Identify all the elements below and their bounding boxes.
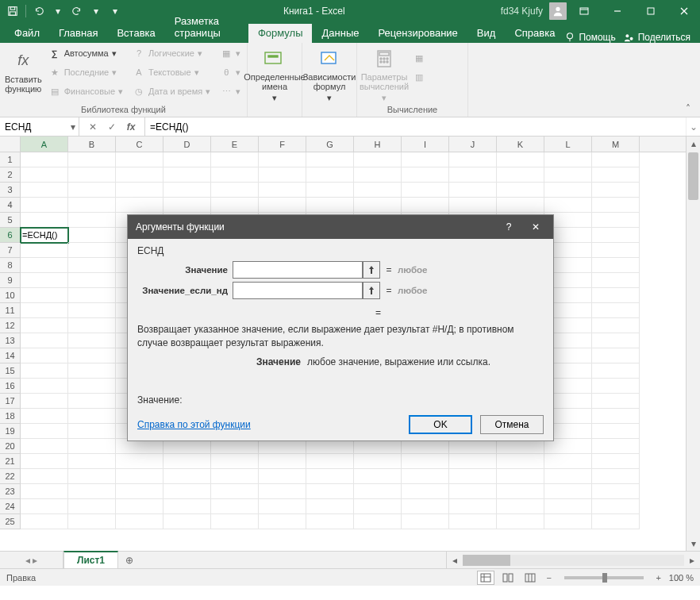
cell-H3[interactable] [354,183,402,198]
cell-J21[interactable] [449,454,497,469]
cell-M4[interactable] [592,198,640,213]
autosum-button[interactable]: ∑Автосумма▾ [45,44,126,62]
cell-E23[interactable] [211,484,259,499]
text-button[interactable]: AТекстовые▾ [129,63,213,81]
cell-A8[interactable] [21,258,68,273]
cell-F24[interactable] [259,499,306,514]
row-header-7[interactable]: 7 [0,243,21,258]
page-break-view-button[interactable] [521,571,539,585]
row-header-9[interactable]: 9 [0,273,21,288]
row-header-14[interactable]: 14 [0,348,21,363]
ribbon-display-options-button[interactable] [568,0,600,22]
cell-M5[interactable] [592,213,640,228]
hscroll-thumb[interactable] [463,555,510,566]
function-help-link[interactable]: Справка по этой функции [137,419,251,430]
cell-I3[interactable] [402,183,449,198]
cell-B24[interactable] [68,499,116,514]
cell-G24[interactable] [306,499,354,514]
cell-F22[interactable] [259,469,306,484]
cell-B22[interactable] [68,469,116,484]
cell-E21[interactable] [211,454,259,469]
cell-M10[interactable] [592,288,640,303]
select-all-corner[interactable] [0,137,21,152]
cell-D23[interactable] [163,484,211,499]
row-header-13[interactable]: 13 [0,333,21,348]
cell-J24[interactable] [449,499,497,514]
cell-B6[interactable] [68,228,116,243]
cell-D3[interactable] [163,183,211,198]
col-header-K[interactable]: K [497,137,544,152]
cell-F3[interactable] [259,183,306,198]
cell-I22[interactable] [402,469,449,484]
cell-G25[interactable] [306,514,354,529]
cell-F21[interactable] [259,454,306,469]
cell-F23[interactable] [259,484,306,499]
cell-F25[interactable] [259,514,306,529]
cell-B11[interactable] [68,303,116,318]
col-header-C[interactable]: C [116,137,163,152]
cell-A24[interactable] [21,499,68,514]
cell-G4[interactable] [306,198,354,213]
cell-H23[interactable] [354,484,402,499]
financial-button[interactable]: ▤Финансовые▾ [45,83,126,100]
hscroll-right-button[interactable]: ▸ [686,554,698,567]
redo-button[interactable] [69,3,85,19]
cell-K3[interactable] [497,183,544,198]
cell-A17[interactable] [21,394,68,409]
cell-M25[interactable] [592,514,640,529]
cell-G22[interactable] [306,469,354,484]
collapse-ribbon-button[interactable]: ˄ [681,102,695,115]
hscroll-left-button[interactable]: ◂ [448,554,461,567]
cell-F4[interactable] [259,198,306,213]
col-header-H[interactable]: H [354,137,402,152]
cell-K25[interactable] [497,514,544,529]
cell-D4[interactable] [163,198,211,213]
cell-F1[interactable] [259,152,306,167]
cell-A2[interactable] [21,167,68,183]
cell-B7[interactable] [68,243,116,258]
cell-C4[interactable] [116,198,163,213]
col-header-I[interactable]: I [402,137,449,152]
cell-B15[interactable] [68,363,116,379]
cell-B1[interactable] [68,152,116,167]
arg2-input[interactable] [233,282,363,299]
cell-A18[interactable] [21,409,68,424]
sheet-tab-1[interactable]: Лист1 [63,551,118,568]
tab-help[interactable]: Справка [505,24,564,43]
cell-M17[interactable] [592,394,640,409]
cell-B14[interactable] [68,348,116,363]
cell-D21[interactable] [163,454,211,469]
lookup-button[interactable]: ▦▾ [217,44,244,62]
cancel-button[interactable]: Отмена [480,415,544,434]
cell-A9[interactable] [21,273,68,288]
cell-J23[interactable] [449,484,497,499]
row-header-22[interactable]: 22 [0,469,21,484]
cell-C22[interactable] [116,469,163,484]
cell-A23[interactable] [21,484,68,499]
cell-E25[interactable] [211,514,259,529]
formula-auditing-button[interactable]: Зависимости формул▾ [307,44,352,103]
cell-M22[interactable] [592,469,640,484]
cell-K2[interactable] [497,167,544,183]
undo-button[interactable] [31,3,47,19]
cell-H1[interactable] [354,152,402,167]
row-header-12[interactable]: 12 [0,318,21,333]
cell-A16[interactable] [21,379,68,394]
cell-A4[interactable] [21,198,68,213]
cell-J22[interactable] [449,469,497,484]
cell-L2[interactable] [544,167,592,183]
cell-B18[interactable] [68,409,116,424]
cell-H2[interactable] [354,167,402,183]
cell-C23[interactable] [116,484,163,499]
row-header-24[interactable]: 24 [0,499,21,514]
cell-B19[interactable] [68,424,116,439]
cell-L21[interactable] [544,454,592,469]
cell-L25[interactable] [544,514,592,529]
cell-L24[interactable] [544,499,592,514]
math-button[interactable]: θ▾ [217,63,244,81]
ok-button[interactable]: OK [409,415,472,434]
cell-M24[interactable] [592,499,640,514]
avatar[interactable] [549,2,567,20]
cell-K22[interactable] [497,469,544,484]
cell-K24[interactable] [497,499,544,514]
